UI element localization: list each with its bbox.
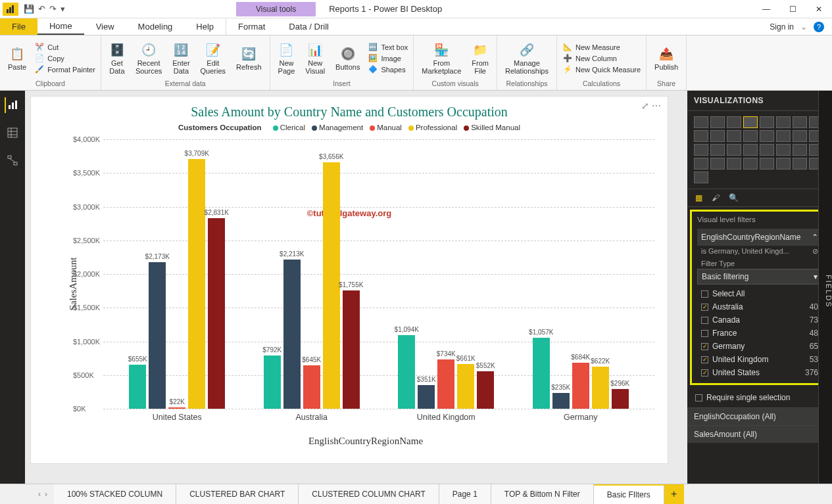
viz-type-icon[interactable] (743, 144, 758, 156)
maximize-button[interactable]: ☐ (779, 0, 806, 18)
signin-link[interactable]: Sign in (770, 22, 794, 32)
new-page-button[interactable]: 📄New Page (274, 41, 299, 76)
new-quick-measure-button[interactable]: ⚡New Quick Measure (561, 64, 642, 74)
bar[interactable]: $661K (457, 364, 474, 409)
page-tab[interactable]: 100% STACKED COLUMN (54, 484, 176, 504)
filter-sales-amount[interactable]: SalesAmount (All) (687, 425, 832, 443)
modeling-tab[interactable]: Modeling (126, 18, 185, 35)
manage-relationships-button[interactable]: 🔗Manage Relationships (501, 41, 552, 76)
viz-type-icon[interactable] (776, 116, 791, 128)
redo-icon[interactable]: ↷ (49, 4, 57, 14)
new-visual-button[interactable]: 📊New Visual (301, 41, 329, 76)
filter-option[interactable]: ✓United Kingdom53 (697, 353, 822, 366)
viz-type-icon[interactable] (710, 130, 725, 142)
bar[interactable]: $1,755K (343, 290, 360, 409)
view-tab[interactable]: View (84, 18, 126, 35)
viz-type-icon[interactable] (760, 144, 774, 156)
viz-type-icon[interactable] (793, 116, 807, 128)
report-view-icon[interactable] (5, 97, 20, 113)
home-tab[interactable]: Home (37, 18, 84, 35)
viz-type-icon[interactable] (760, 116, 774, 128)
legend-item[interactable]: Management (305, 124, 363, 131)
visual-actions[interactable]: ⤢ ⋯ (641, 101, 661, 111)
filter-option[interactable]: Canada73 (697, 313, 822, 327)
from-file-button[interactable]: 📁From File (468, 41, 493, 76)
new-measure-button[interactable]: 📐New Measure (561, 42, 642, 52)
copy-button[interactable]: 📄Copy (33, 53, 97, 63)
new-column-button[interactable]: ➕New Column (561, 53, 642, 63)
recent-sources-button[interactable]: 🕘Recent Sources (132, 41, 166, 76)
buttons-button[interactable]: 🔘Buttons (331, 45, 364, 72)
save-icon[interactable]: 💾 (24, 4, 34, 14)
page-tab[interactable]: Page 1 (439, 484, 491, 504)
filter-english-occupation[interactable]: EnglishOccupation (All) (687, 407, 832, 425)
legend-item[interactable]: Manual (363, 124, 402, 131)
bar[interactable]: $645K (303, 365, 320, 409)
legend-item[interactable]: Clerical (266, 124, 305, 131)
bar[interactable]: $552K (477, 371, 494, 409)
viz-type-icon[interactable] (727, 158, 741, 170)
viz-type-icon[interactable] (694, 172, 708, 183)
report-canvas[interactable]: ⤢ ⋯ Sales Amount by Country Name and Cus… (25, 91, 687, 484)
bar[interactable]: $2,213K (283, 260, 301, 409)
viz-type-icon[interactable] (694, 130, 708, 142)
legend-item[interactable]: Professional (402, 124, 457, 131)
viz-type-icon[interactable] (776, 158, 791, 170)
refresh-button[interactable]: 🔄Refresh (232, 45, 266, 72)
datadrill-tab[interactable]: Data / Drill (277, 18, 341, 35)
cut-button[interactable]: ✂️Cut (33, 42, 97, 52)
tab-prev-icon[interactable]: ‹ (38, 490, 41, 499)
viz-type-icon[interactable] (727, 130, 741, 142)
model-view-icon[interactable] (5, 152, 20, 168)
filter-field[interactable]: EnglishCountryRegionName⌃ (697, 229, 822, 246)
viz-type-icon[interactable] (743, 116, 758, 128)
analytics-mode-icon[interactable]: 🔍 (729, 193, 739, 202)
viz-type-icon[interactable] (776, 144, 791, 156)
chart-visual[interactable]: ⤢ ⋯ Sales Amount by Country Name and Cus… (30, 96, 668, 464)
viz-type-icon[interactable] (793, 158, 807, 170)
undo-icon[interactable]: ↶ (38, 4, 45, 14)
viz-type-icon[interactable] (776, 130, 791, 142)
bar[interactable]: $1,057K (533, 338, 550, 409)
edit-queries-button[interactable]: 📝Edit Queries (197, 41, 230, 76)
add-page-button[interactable]: + (664, 484, 684, 504)
bar[interactable]: $734K (437, 359, 454, 409)
bar[interactable]: $235K (552, 393, 570, 409)
viz-type-icon[interactable] (743, 130, 758, 142)
get-data-button[interactable]: 🗄️Get Data (105, 41, 129, 76)
format-painter-button[interactable]: 🖌️Format Painter (33, 64, 97, 74)
enter-data-button[interactable]: 🔢Enter Data (168, 41, 193, 76)
viz-type-icon[interactable] (694, 116, 708, 128)
image-button[interactable]: 🖼️Image (366, 53, 409, 63)
format-mode-icon[interactable]: 🖌 (712, 193, 720, 202)
viz-type-icon[interactable] (710, 116, 725, 128)
bar[interactable]: $22K (168, 407, 185, 409)
require-single-selection[interactable]: Require single selection (687, 388, 832, 407)
text-box-button[interactable]: 🔤Text box (366, 42, 409, 52)
viz-type-icon[interactable] (743, 158, 758, 170)
bar[interactable]: $3,656K (323, 162, 340, 409)
filter-option[interactable]: ✓United States376 (697, 366, 822, 379)
help-tab[interactable]: Help (184, 18, 226, 35)
viz-type-icon[interactable] (793, 144, 807, 156)
data-view-icon[interactable] (5, 125, 20, 141)
page-tab[interactable]: CLUSTERED COLUMN CHART (299, 484, 439, 504)
viz-type-icon[interactable] (710, 158, 725, 170)
filter-option[interactable]: France48 (697, 327, 822, 340)
viz-type-icon[interactable] (694, 144, 708, 156)
from-marketplace-button[interactable]: 🏪From Marketplace (418, 41, 465, 76)
page-tab[interactable]: Basic FIlters (594, 484, 664, 504)
bar[interactable]: $2,831K (208, 218, 225, 409)
filter-option[interactable]: ✓Australia40 (697, 300, 822, 313)
publish-button[interactable]: 📤Publish (650, 45, 682, 72)
bar[interactable]: $655K (129, 365, 146, 409)
bar[interactable]: $1,094K (398, 335, 415, 409)
bar[interactable]: $684K (572, 363, 589, 409)
visual-tools-tab[interactable]: Visual tools (236, 2, 316, 16)
chevron-down-icon[interactable]: ⌄ (800, 22, 807, 32)
qat-dropdown-icon[interactable]: ▾ (61, 4, 65, 14)
select-all-option[interactable]: Select All (697, 287, 822, 300)
bar[interactable]: $351K (418, 385, 435, 409)
viz-type-icon[interactable] (710, 144, 725, 156)
help-icon[interactable]: ? (814, 22, 824, 32)
